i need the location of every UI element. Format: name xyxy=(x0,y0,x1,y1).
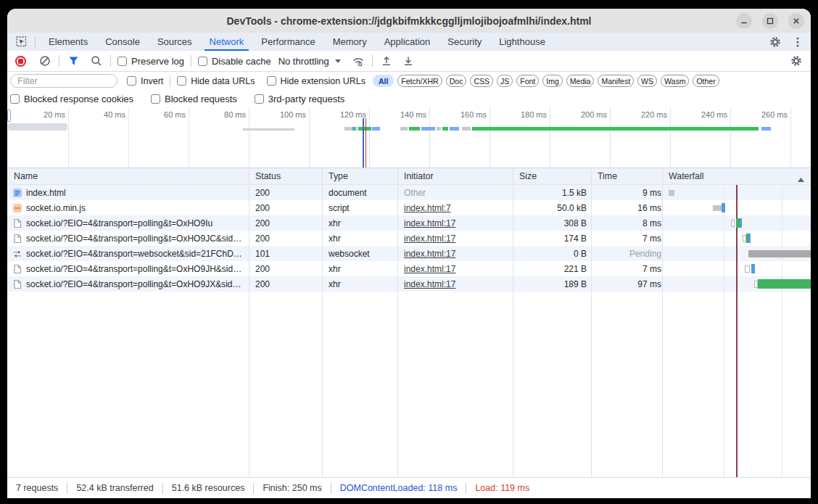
hide-data-urls-checkbox[interactable]: Hide data URLs xyxy=(177,76,255,86)
request-status: 200 xyxy=(249,231,322,246)
filter-pill-other[interactable]: Other xyxy=(693,75,719,87)
checkbox[interactable] xyxy=(198,57,207,66)
checkbox[interactable] xyxy=(267,76,276,86)
overview-request-bar xyxy=(344,127,358,131)
blocked-requests-checkbox[interactable]: Blocked requests xyxy=(151,94,237,104)
divider xyxy=(35,36,36,48)
tab-lighthouse[interactable]: Lighthouse xyxy=(490,33,554,51)
column-header-time[interactable]: Time xyxy=(591,168,617,184)
filter-pill-manifest[interactable]: Manifest xyxy=(598,75,634,87)
request-row[interactable]: socket.io/?EIO=4&transport=polling&t=OxH… xyxy=(7,231,811,246)
column-header-size[interactable]: Size xyxy=(513,168,537,184)
filter-pill-js[interactable]: JS xyxy=(497,75,513,87)
close-button[interactable] xyxy=(788,13,804,29)
column-header-waterfall[interactable]: Waterfall xyxy=(662,168,703,184)
devtools-window: DevTools - chrome-extension://jdgkbifmkk… xyxy=(7,9,811,498)
request-initiator-link[interactable]: index.html:7 xyxy=(404,203,451,213)
xhr-icon xyxy=(12,234,22,244)
checkbox[interactable] xyxy=(177,76,186,86)
more-options-icon[interactable] xyxy=(790,35,805,49)
checkbox[interactable] xyxy=(127,76,136,86)
request-row[interactable]: socket.io/?EIO=4&transport=polling&t=OxH… xyxy=(7,261,811,276)
column-separator[interactable] xyxy=(249,168,249,477)
request-row[interactable]: socket.io.min.js200scriptindex.html:750.… xyxy=(7,200,811,215)
network-overview[interactable]: 20 ms40 ms60 ms80 ms100 ms120 ms140 ms16… xyxy=(7,107,811,168)
filter-pill-all[interactable]: All xyxy=(373,75,394,87)
column-separator[interactable] xyxy=(591,168,592,477)
inspect-element-icon[interactable] xyxy=(14,35,28,49)
tab-console[interactable]: Console xyxy=(96,33,149,51)
chevron-down-icon xyxy=(335,59,341,63)
overview-request-bar xyxy=(352,127,355,131)
network-conditions-icon[interactable] xyxy=(351,54,365,68)
checkbox[interactable] xyxy=(10,94,20,104)
request-type: xhr xyxy=(322,231,397,246)
column-header-status[interactable]: Status xyxy=(249,168,281,184)
column-separator[interactable] xyxy=(397,168,398,477)
filter-pill-wasm[interactable]: Wasm xyxy=(661,75,689,87)
filter-pill-ws[interactable]: WS xyxy=(637,75,657,87)
request-initiator-link[interactable]: index.html:17 xyxy=(404,249,455,259)
network-settings-icon[interactable] xyxy=(789,54,803,68)
checkbox[interactable] xyxy=(255,94,264,104)
filter-pill-font[interactable]: Font xyxy=(516,75,539,87)
request-name: socket.io/?EIO=4&transport=polling&t=OxH… xyxy=(26,279,241,289)
import-har-icon[interactable] xyxy=(379,54,394,68)
tab-performance[interactable]: Performance xyxy=(252,33,323,51)
divider xyxy=(331,483,331,494)
filter-icon[interactable] xyxy=(66,54,80,68)
filter-pill-img[interactable]: Img xyxy=(542,75,563,87)
overview-request-bar xyxy=(8,123,67,131)
disable-cache-checkbox[interactable]: Disable cache xyxy=(198,56,271,67)
throttling-dropdown[interactable]: No throttling xyxy=(278,56,341,67)
column-separator[interactable] xyxy=(322,168,323,477)
request-size: 0 B xyxy=(513,246,587,261)
column-header-initiator[interactable]: Initiator xyxy=(397,168,434,184)
preserve-log-checkbox[interactable]: Preserve log xyxy=(117,56,184,67)
title-bar[interactable]: DevTools - chrome-extension://jdgkbifmkk… xyxy=(7,9,811,33)
request-row[interactable]: index.html200documentOther1.5 kB9 ms xyxy=(7,185,811,200)
filter-pill-css[interactable]: CSS xyxy=(470,75,493,87)
request-row[interactable]: socket.io/?EIO=4&transport=websocket&sid… xyxy=(7,246,811,261)
filter-pill-doc[interactable]: Doc xyxy=(446,75,467,87)
third-party-checkbox[interactable]: 3rd-party requests xyxy=(255,94,345,104)
checkbox[interactable] xyxy=(117,57,127,66)
document-icon xyxy=(12,188,22,198)
tab-sources[interactable]: Sources xyxy=(149,33,201,51)
tab-memory[interactable]: Memory xyxy=(324,33,376,51)
request-initiator-link[interactable]: index.html:17 xyxy=(404,279,455,289)
filter-input[interactable] xyxy=(10,74,117,88)
tab-elements[interactable]: Elements xyxy=(40,33,96,51)
request-row[interactable]: socket.io/?EIO=4&transport=polling&t=OxH… xyxy=(7,215,811,231)
filter-pill-media[interactable]: Media xyxy=(566,75,595,87)
request-initiator-link[interactable]: index.html:17 xyxy=(404,218,455,228)
overview-gridline xyxy=(309,107,310,168)
column-header-type[interactable]: Type xyxy=(322,168,348,184)
export-har-icon[interactable] xyxy=(401,54,416,68)
search-icon[interactable] xyxy=(89,54,104,68)
filter-pill-fetch-xhr[interactable]: Fetch/XHR xyxy=(397,75,442,87)
request-row[interactable]: socket.io/?EIO=4&transport=polling&t=OxH… xyxy=(7,276,811,292)
tab-application[interactable]: Application xyxy=(376,33,439,51)
overview-left-handle[interactable] xyxy=(7,110,11,122)
request-initiator-link[interactable]: index.html:17 xyxy=(404,264,455,274)
record-icon[interactable] xyxy=(13,54,28,68)
column-separator[interactable] xyxy=(513,168,513,477)
column-separator[interactable] xyxy=(662,168,663,477)
invert-checkbox[interactable]: Invert xyxy=(127,76,163,86)
waterfall-segment xyxy=(713,205,722,211)
blocked-cookies-checkbox[interactable]: Blocked response cookies xyxy=(10,94,133,104)
overview-tick-label: 220 ms xyxy=(625,110,667,119)
request-initiator-link[interactable]: index.html:17 xyxy=(404,234,455,244)
hide-extension-urls-checkbox[interactable]: Hide extension URLs xyxy=(267,76,365,86)
settings-icon[interactable] xyxy=(768,35,782,49)
clear-icon[interactable] xyxy=(38,54,52,68)
maximize-button[interactable] xyxy=(762,13,778,29)
tab-security[interactable]: Security xyxy=(439,33,490,51)
checkbox[interactable] xyxy=(151,94,160,104)
column-header-name[interactable]: Name xyxy=(7,168,38,184)
tab-network[interactable]: Network xyxy=(201,33,253,51)
load-line xyxy=(365,118,367,168)
minimize-button[interactable] xyxy=(736,13,752,29)
request-time: 7 ms xyxy=(591,261,665,276)
